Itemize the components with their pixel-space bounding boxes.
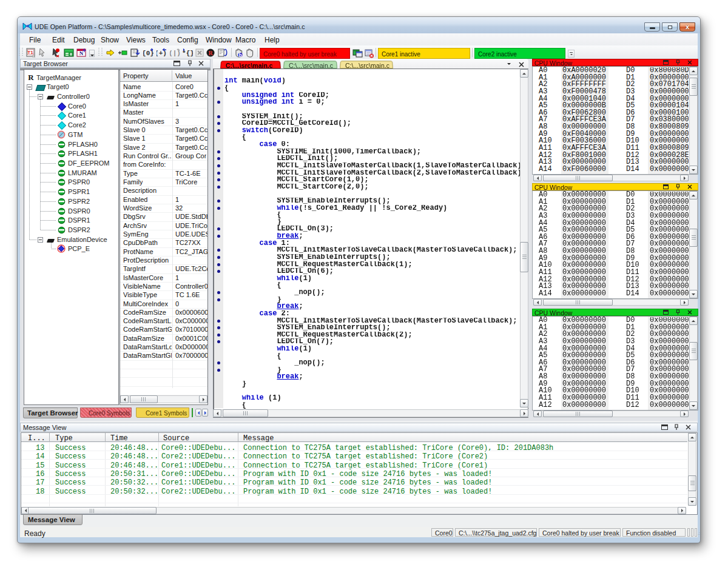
svg-text:R: R bbox=[208, 50, 213, 56]
svg-text:(+): (+) bbox=[157, 50, 167, 57]
svg-text:N: N bbox=[79, 50, 84, 56]
svg-text:b: b bbox=[238, 52, 241, 58]
svg-text:(|): (|) bbox=[170, 50, 180, 57]
svg-text:T1: T1 bbox=[27, 50, 33, 55]
svg-text:*{}: *{} bbox=[183, 50, 193, 57]
